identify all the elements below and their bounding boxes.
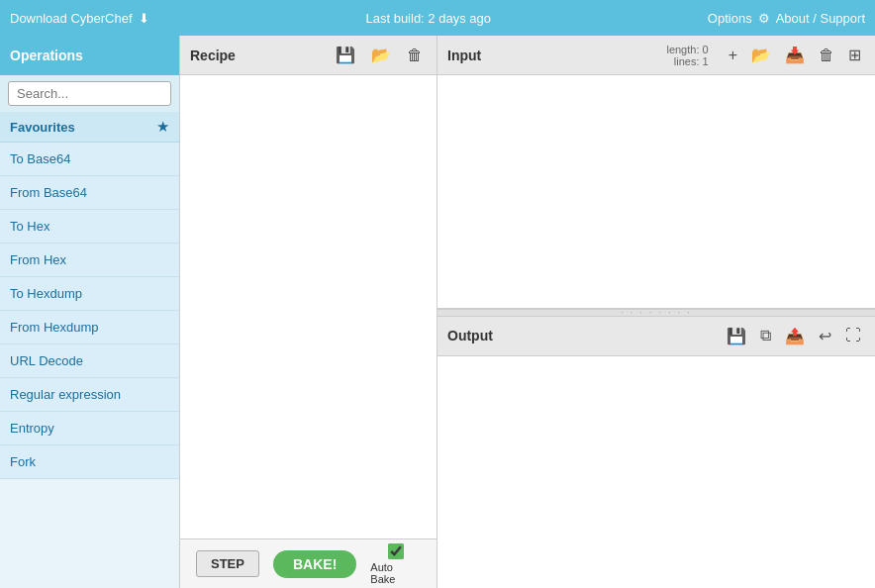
output-title: Output [447,328,493,343]
output-header: Output 💾 ⧉ 📤 ↩ ⛶ [438,317,875,356]
output-undo-button[interactable]: ↩ [815,325,835,347]
bake-button[interactable]: BAKE! [273,550,356,578]
sidebar-item-regular-expression[interactable]: Regular expression [0,378,179,412]
step-button[interactable]: STEP [196,550,259,577]
input-body[interactable] [438,75,875,308]
search-input[interactable] [8,81,171,106]
star-icon: ★ [156,118,169,136]
auto-bake-group: Auto Bake [370,543,421,585]
about-link[interactable]: About / Support [776,11,865,26]
topbar-left: Download CyberChef ⬇ [10,11,149,26]
input-panel: Input length: 0 lines: 1 + 📂 📥 🗑 ⊞ [438,36,875,309]
panel-divider: · · · · · · · · [438,309,875,317]
sidebar-header: Operations [0,36,179,75]
lines-value: 1 [703,55,709,67]
recipe-footer: STEP BAKE! Auto Bake [180,539,437,588]
output-export-button[interactable]: 📤 [781,325,809,347]
recipe-icons: 💾 📂 🗑 [332,44,427,66]
input-grid-button[interactable]: ⊞ [844,44,865,66]
options-link[interactable]: Options [708,11,752,26]
io-panels: Input length: 0 lines: 1 + 📂 📥 🗑 ⊞ [438,36,875,588]
sidebar-item-to-hexdump[interactable]: To Hexdump [0,277,179,311]
input-meta: length: 0 lines: 1 [666,44,708,67]
recipe-title: Recipe [190,48,236,63]
options-icon: ⚙ [758,11,770,26]
output-textarea [438,356,875,589]
output-fullscreen-button[interactable]: ⛶ [841,325,865,346]
favourites-row[interactable]: Favourites ★ [0,112,179,143]
recipe-save-button[interactable]: 💾 [332,44,359,66]
output-body [438,356,875,589]
output-icons: 💾 ⧉ 📤 ↩ ⛶ [723,325,865,347]
sidebar-item-url-decode[interactable]: URL Decode [0,344,179,378]
output-copy-button[interactable]: ⧉ [756,325,775,346]
auto-bake-checkbox[interactable] [388,543,404,559]
recipe-header: Recipe 💾 📂 🗑 [180,36,437,75]
input-clear-button[interactable]: 🗑 [815,45,838,66]
sidebar-item-from-hexdump[interactable]: From Hexdump [0,311,179,344]
recipe-delete-button[interactable]: 🗑 [403,45,427,66]
main-layout: Operations Favourites ★ To Base64 From B… [0,36,875,588]
recipe-panel: Recipe 💾 📂 🗑 STEP BAKE! Auto Bake [180,36,438,588]
sidebar-item-fork[interactable]: Fork [0,445,179,479]
length-label: length: [666,44,699,55]
sidebar-item-to-hex[interactable]: To Hex [0,210,179,244]
input-icons: + 📂 📥 🗑 ⊞ [725,44,865,66]
sidebar-item-from-base64[interactable]: From Base64 [0,176,179,210]
content-area: Recipe 💾 📂 🗑 STEP BAKE! Auto Bake [180,36,875,588]
length-value: 0 [703,44,709,55]
sidebar-item-to-base64[interactable]: To Base64 [0,143,179,176]
output-panel: Output 💾 ⧉ 📤 ↩ ⛶ [438,317,875,589]
input-textarea[interactable] [438,75,875,308]
lines-label: lines: [674,55,700,67]
input-import-button[interactable]: 📥 [781,44,809,66]
build-label: Last build: 2 days ago [365,11,490,26]
download-link[interactable]: Download CyberChef [10,11,133,26]
input-header: Input length: 0 lines: 1 + 📂 📥 🗑 ⊞ [438,36,875,75]
operations-title: Operations [10,48,83,63]
recipe-open-button[interactable]: 📂 [367,44,395,66]
auto-bake-label: Auto Bake [370,561,421,585]
input-add-button[interactable]: + [725,45,741,66]
input-open-button[interactable]: 📂 [747,44,775,66]
topbar-right: Options ⚙ About / Support [708,11,865,26]
download-icon: ⬇ [139,11,149,26]
sidebar-items: To Base64 From Base64 To Hex From Hex To… [0,143,179,588]
topbar: Download CyberChef ⬇ Last build: 2 days … [0,0,875,36]
topbar-center: Last build: 2 days ago [365,11,490,26]
input-title: Input [447,48,481,63]
sidebar-item-from-hex[interactable]: From Hex [0,244,179,277]
sidebar: Operations Favourites ★ To Base64 From B… [0,36,180,588]
sidebar-item-entropy[interactable]: Entropy [0,412,179,445]
output-save-button[interactable]: 💾 [723,325,750,347]
search-box [0,75,179,112]
recipe-body [180,75,437,539]
favourites-label: Favourites [10,120,75,135]
